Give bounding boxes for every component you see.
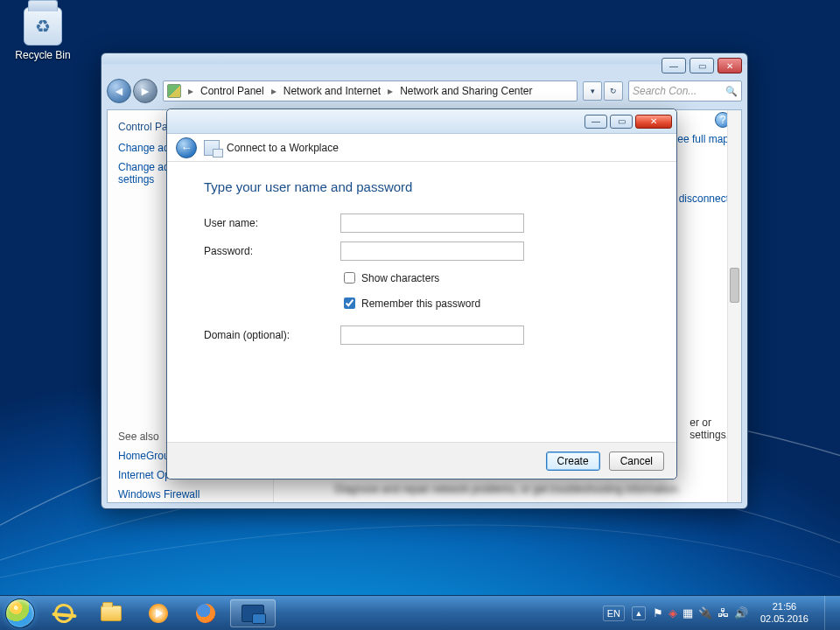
tray-overflow-button[interactable]: ▲ — [632, 606, 646, 620]
search-input[interactable]: Search Con... — [628, 80, 742, 102]
start-button[interactable] — [0, 596, 40, 631]
dialog-close-button[interactable]: ✕ — [635, 115, 672, 129]
action-center-icon[interactable]: ⚑ — [653, 606, 663, 620]
password-input[interactable] — [340, 242, 524, 261]
volume-icon[interactable]: 🔊 — [734, 606, 748, 620]
wmp-icon — [149, 604, 168, 623]
nav-back-button[interactable]: ◄ — [107, 79, 131, 103]
window-tray-icon[interactable]: ▦ — [682, 606, 693, 620]
system-tray: EN ▲ ⚑ ◈ ▦ 🔌 🖧 🔊 21:56 02.05.2016 — [601, 596, 835, 631]
connect-workplace-dialog: — ▭ ✕ ← Connect to a Workplace Type your… — [166, 108, 677, 480]
clock-time: 21:56 — [760, 601, 808, 613]
dialog-body: Type your user name and password User na… — [167, 162, 676, 371]
wizard-back-button[interactable]: ← — [176, 137, 197, 158]
password-label: Password: — [204, 245, 340, 257]
chevron-right-icon: ▸ — [386, 85, 395, 97]
diagnose-text: Diagnose and repair network problems, or… — [274, 483, 741, 495]
dialog-minimize-button[interactable]: — — [584, 115, 607, 129]
desktop: Recycle Bin — ▭ ✕ ◄ ► ▸ Control Panel ▸ … — [0, 0, 840, 630]
workplace-icon — [204, 140, 220, 156]
dialog-footer: Create Cancel — [167, 442, 676, 479]
firefox-icon — [196, 604, 215, 623]
recycle-bin-icon — [24, 7, 62, 46]
remember-password-checkbox[interactable] — [344, 298, 355, 309]
see-also-firewall[interactable]: Windows Firewall — [118, 488, 262, 500]
security-shield-icon[interactable]: ◈ — [668, 606, 677, 620]
scrollbar[interactable] — [727, 110, 741, 502]
search-placeholder: Search Con... — [633, 85, 696, 97]
see-full-map-link[interactable]: See full map — [670, 133, 729, 145]
settings-hint: er orsettings. — [690, 416, 729, 441]
taskbar[interactable]: EN ▲ ⚑ ◈ ▦ 🔌 🖧 🔊 21:56 02.05.2016 — [0, 595, 840, 630]
cp-toolbar: ◄ ► ▸ Control Panel ▸ Network and Intern… — [107, 78, 742, 104]
show-characters-label[interactable]: Show characters — [361, 272, 439, 284]
show-characters-checkbox[interactable] — [344, 272, 355, 284]
create-button[interactable]: Create — [546, 452, 600, 471]
address-bar[interactable]: ▸ Control Panel ▸ Network and Internet ▸… — [163, 80, 578, 102]
scrollbar-thumb[interactable] — [730, 268, 739, 303]
network-center-icon — [242, 605, 264, 622]
breadcrumb[interactable]: Network and Sharing Center — [400, 85, 532, 97]
taskbar-ie[interactable] — [41, 599, 87, 627]
clock[interactable]: 21:56 02.05.2016 — [755, 601, 814, 626]
address-dropdown-button[interactable]: ▾ — [583, 81, 602, 101]
recycle-bin[interactable]: Recycle Bin — [9, 7, 77, 61]
network-tray-icon[interactable]: 🖧 — [718, 606, 729, 620]
username-input[interactable] — [340, 214, 524, 233]
breadcrumb[interactable]: Network and Internet — [284, 85, 381, 97]
domain-input[interactable] — [340, 326, 524, 345]
dialog-titlebar[interactable]: — ▭ ✕ — [167, 109, 676, 134]
start-orb-icon — [5, 598, 35, 628]
show-desktop-button[interactable] — [824, 596, 833, 631]
taskbar-firefox[interactable] — [183, 599, 228, 627]
domain-label: Domain (optional): — [204, 329, 340, 341]
taskbar-explorer[interactable] — [88, 599, 134, 627]
refresh-button[interactable]: ↻ — [604, 81, 623, 101]
cp-close-button[interactable]: ✕ — [718, 58, 742, 74]
nav-forward-button[interactable]: ► — [133, 79, 158, 103]
cp-minimize-button[interactable]: — — [662, 58, 686, 74]
language-indicator[interactable]: EN — [603, 606, 625, 621]
cp-maximize-button[interactable]: ▭ — [690, 58, 714, 74]
dialog-instruction: Type your user name and password — [204, 179, 640, 194]
breadcrumb[interactable]: Control Panel — [200, 85, 264, 97]
cancel-button[interactable]: Cancel — [609, 452, 664, 471]
chevron-right-icon: ▸ — [186, 85, 195, 97]
dialog-maximize-button[interactable]: ▭ — [610, 115, 633, 129]
dialog-title: Connect to a Workplace — [227, 142, 339, 154]
taskbar-network-center[interactable] — [230, 599, 276, 627]
control-panel-icon — [167, 84, 181, 98]
recycle-bin-label: Recycle Bin — [15, 49, 70, 61]
clock-date: 02.05.2016 — [760, 613, 808, 626]
taskbar-media-player[interactable] — [136, 599, 181, 627]
folder-icon — [101, 606, 122, 621]
power-plug-icon[interactable]: 🔌 — [698, 606, 712, 620]
ie-icon — [52, 601, 76, 625]
cp-titlebar[interactable]: — ▭ ✕ — [102, 53, 747, 78]
chevron-right-icon: ▸ — [270, 85, 278, 97]
username-label: User name: — [204, 217, 340, 229]
dialog-header: ← Connect to a Workplace — [167, 134, 676, 162]
remember-password-label[interactable]: Remember this password — [361, 298, 480, 310]
